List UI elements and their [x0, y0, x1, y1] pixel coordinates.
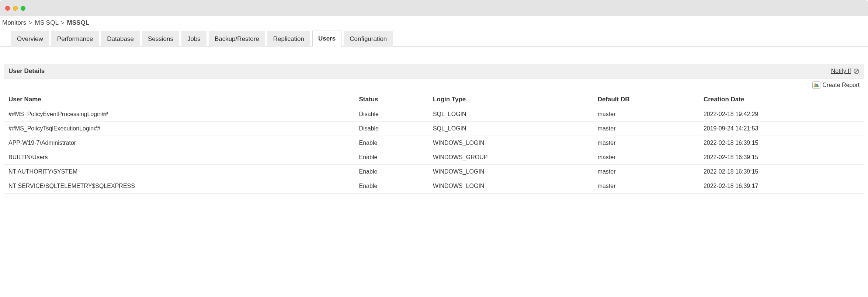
table-row: BUILTIN\UsersEnableWINDOWS_GROUPmaster20…	[4, 150, 864, 165]
column-header[interactable]: Login Type	[428, 92, 593, 107]
window-minimize-button[interactable]	[13, 6, 18, 11]
cell-default-db: master	[593, 136, 699, 150]
create-report-label: Create Report	[823, 82, 860, 88]
table-row: APP-W19-7\AdministratorEnableWINDOWS_LOG…	[4, 136, 864, 150]
cell-status: Enable	[355, 136, 428, 150]
tab-overview[interactable]: Overview	[11, 31, 49, 47]
report-icon	[812, 81, 820, 89]
user-details-panel: User Details Notify If Create Report Use…	[4, 64, 864, 193]
cell-status: Enable	[355, 165, 428, 179]
tab-configuration[interactable]: Configuration	[344, 31, 393, 47]
cell-user-name: ##MS_PolicyTsqlExecutionLogin##	[4, 122, 355, 136]
breadcrumb: Monitors > MS SQL > MSSQL	[0, 16, 868, 30]
cell-creation-date: 2022-02-18 19:42:29	[699, 107, 864, 122]
tab-database[interactable]: Database	[101, 31, 140, 47]
panel-header: User Details Notify If	[4, 64, 864, 78]
cell-default-db: master	[593, 179, 699, 193]
cell-creation-date: 2022-02-18 16:39:17	[699, 179, 864, 193]
tab-backup-restore[interactable]: Backup/Restore	[209, 31, 265, 47]
cell-status: Enable	[355, 150, 428, 165]
cell-user-name: NT SERVICE\SQLTELEMETRY$SQLEXPRESS	[4, 179, 355, 193]
create-report-button[interactable]: Create Report	[812, 81, 860, 89]
cell-creation-date: 2022-02-18 16:39:15	[699, 136, 864, 150]
tab-sessions[interactable]: Sessions	[142, 31, 179, 47]
breadcrumb-separator: >	[28, 19, 33, 26]
table-row: NT AUTHORITY\SYSTEMEnableWINDOWS_LOGINma…	[4, 165, 864, 179]
cell-login-type: WINDOWS_GROUP	[428, 150, 593, 165]
column-header[interactable]: Creation Date	[699, 92, 864, 107]
cell-default-db: master	[593, 122, 699, 136]
cell-user-name: APP-W19-7\Administrator	[4, 136, 355, 150]
cell-user-name: BUILTIN\Users	[4, 150, 355, 165]
svg-line-1	[855, 70, 858, 73]
notify-if-link[interactable]: Notify If	[831, 68, 860, 74]
panel-toolbar: Create Report	[4, 78, 864, 92]
panel-title: User Details	[8, 67, 45, 75]
svg-point-3	[816, 84, 818, 86]
cell-status: Disable	[355, 122, 428, 136]
cell-user-name: ##MS_PolicyEventProcessingLogin##	[4, 107, 355, 122]
table-row: ##MS_PolicyEventProcessingLogin##Disable…	[4, 107, 864, 122]
tab-jobs[interactable]: Jobs	[181, 31, 206, 47]
cell-status: Disable	[355, 107, 428, 122]
column-header[interactable]: Status	[355, 92, 428, 107]
window-titlebar	[0, 0, 868, 16]
tab-replication[interactable]: Replication	[267, 31, 310, 47]
user-details-table: User NameStatusLogin TypeDefault DBCreat…	[4, 92, 864, 193]
breadcrumb-separator: >	[60, 19, 65, 26]
notify-if-label: Notify If	[831, 68, 851, 74]
cell-creation-date: 2022-02-18 16:39:15	[699, 150, 864, 165]
cell-user-name: NT AUTHORITY\SYSTEM	[4, 165, 355, 179]
disabled-icon	[853, 68, 860, 74]
breadcrumb-link-monitors[interactable]: Monitors	[2, 19, 26, 26]
cell-creation-date: 2019-09-24 14:21:53	[699, 122, 864, 136]
window-close-button[interactable]	[5, 6, 10, 11]
svg-point-2	[814, 83, 816, 85]
tab-performance[interactable]: Performance	[51, 31, 99, 47]
cell-login-type: SQL_LOGIN	[428, 122, 593, 136]
cell-login-type: WINDOWS_LOGIN	[428, 165, 593, 179]
cell-login-type: SQL_LOGIN	[428, 107, 593, 122]
table-row: ##MS_PolicyTsqlExecutionLogin##DisableSQ…	[4, 122, 864, 136]
cell-creation-date: 2022-02-18 16:39:15	[699, 165, 864, 179]
cell-default-db: master	[593, 165, 699, 179]
cell-default-db: master	[593, 150, 699, 165]
svg-rect-4	[814, 85, 819, 87]
window-maximize-button[interactable]	[21, 6, 25, 11]
column-header[interactable]: User Name	[4, 92, 355, 107]
cell-login-type: WINDOWS_LOGIN	[428, 136, 593, 150]
cell-status: Enable	[355, 179, 428, 193]
cell-login-type: WINDOWS_LOGIN	[428, 179, 593, 193]
cell-default-db: master	[593, 107, 699, 122]
tabs-bar: OverviewPerformanceDatabaseSessionsJobsB…	[0, 30, 868, 47]
breadcrumb-link-mssql[interactable]: MS SQL	[35, 19, 59, 26]
table-row: NT SERVICE\SQLTELEMETRY$SQLEXPRESSEnable…	[4, 179, 864, 193]
tab-users[interactable]: Users	[312, 31, 341, 47]
column-header[interactable]: Default DB	[593, 92, 699, 107]
breadcrumb-current: MSSQL	[67, 19, 89, 26]
